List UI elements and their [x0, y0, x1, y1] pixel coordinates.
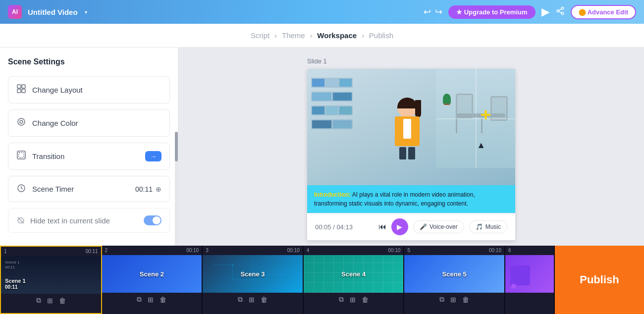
- scene2-header: 2 00:10: [102, 246, 202, 255]
- scene3-copy-button[interactable]: ⧉: [238, 295, 243, 304]
- scene3-label: Scene 3: [240, 270, 265, 278]
- plus-decoration: ✛: [481, 108, 490, 122]
- window-panel: [436, 69, 515, 168]
- scene2-copy-button[interactable]: ⧉: [137, 295, 142, 304]
- slide-image: ✛ ▲: [307, 69, 515, 185]
- share-button[interactable]: [556, 6, 565, 18]
- timeline-scene-1[interactable]: 1 00:11 Scene 100:11 Scene 100:11 ⧉ ⊞ 🗑: [0, 246, 102, 314]
- change-layout-button[interactable]: Change Layout: [8, 76, 170, 104]
- triangle-decoration: ▲: [477, 140, 485, 151]
- svg-rect-8: [22, 89, 25, 93]
- timeline: 1 00:11 Scene 100:11 Scene 100:11 ⧉ ⊞ 🗑 …: [0, 246, 644, 314]
- scene1-delete-button[interactable]: 🗑: [59, 296, 66, 305]
- svg-rect-12: [19, 153, 24, 157]
- publish-section[interactable]: Publish: [555, 246, 644, 314]
- svg-line-14: [18, 217, 24, 224]
- slide-caption: Introduction: AI plays a vital role in m…: [307, 185, 515, 213]
- timeline-scene-3[interactable]: 3 00:10 Scene 3 ⧉ ⊞: [203, 246, 304, 314]
- time-display: 00:05 / 04:13: [315, 223, 374, 231]
- scene-settings-title: Scene Settings: [8, 57, 170, 66]
- video-title[interactable]: Untitled Video: [28, 8, 78, 16]
- scene1-copy-button[interactable]: ⧉: [36, 296, 41, 305]
- scene6-thumb: [505, 255, 554, 293]
- plant: [443, 94, 451, 105]
- title-chevron-icon: ▾: [85, 9, 87, 15]
- timeline-scene-2[interactable]: 2 00:10 Scene 2 ⧉ ⊞ 🗑: [102, 246, 203, 314]
- hide-text-toggle[interactable]: [144, 215, 161, 225]
- nav-breadcrumb: Script › Theme › Workspace › Publish: [0, 24, 644, 48]
- scene3-controls: ⧉ ⊞ 🗑: [203, 293, 303, 306]
- scene2-label: Scene 2: [140, 270, 164, 278]
- scene4-grid-button[interactable]: ⊞: [350, 295, 356, 304]
- svg-line-3: [559, 11, 561, 13]
- timer-icon: [16, 183, 26, 195]
- scene2-delete-button[interactable]: 🗑: [160, 295, 166, 304]
- scene2-controls: ⧉ ⊞ 🗑: [102, 293, 202, 306]
- change-layout-label: Change Layout: [32, 86, 161, 94]
- scene4-delete-button[interactable]: 🗑: [362, 295, 369, 304]
- timeline-scene-6[interactable]: 6: [505, 246, 555, 314]
- svg-rect-5: [17, 85, 21, 88]
- music-button[interactable]: 🎵 Music: [469, 220, 507, 233]
- header: AI Untitled Video ▾ ↩ ↪ ★ Upgrade to Pre…: [0, 0, 644, 24]
- caption-intro: Introduction:: [314, 191, 351, 198]
- scene5-copy-button[interactable]: ⧉: [439, 295, 444, 304]
- scene2-thumb: Scene 2: [102, 255, 202, 293]
- voiceover-button[interactable]: 🎤 Voice-over: [413, 220, 464, 233]
- svg-point-10: [20, 120, 23, 123]
- layout-icon: [16, 84, 26, 96]
- publish-label: Publish: [580, 273, 619, 286]
- scene5-controls: ⧉ ⊞ 🗑: [404, 293, 504, 306]
- redo-button[interactable]: ↪: [435, 6, 442, 17]
- scene1-controls: ⧉ ⊞ 🗑: [1, 294, 101, 307]
- scene5-delete-button[interactable]: 🗑: [462, 295, 469, 304]
- nav-sep-3: ›: [362, 32, 364, 40]
- transition-badge: →: [145, 151, 161, 161]
- scene1-label: Scene 100:11: [5, 278, 26, 290]
- svg-point-0: [561, 7, 564, 9]
- timeline-scene-5[interactable]: 5 00:10 Scene 5 ⧉ ⊞ 🗑: [404, 246, 505, 314]
- scene1-thumb: Scene 100:11 Scene 100:11: [1, 256, 101, 294]
- svg-point-21: [232, 264, 234, 266]
- transition-button[interactable]: Transition →: [8, 143, 170, 170]
- character: [395, 98, 420, 159]
- scene5-grid-button[interactable]: ⊞: [450, 295, 456, 304]
- hide-text-toggle-row: Hide text in current slide: [8, 208, 170, 233]
- timer-value: 00:11: [135, 185, 153, 193]
- play-pause-button[interactable]: ▶: [391, 218, 408, 235]
- scene3-delete-button[interactable]: 🗑: [261, 295, 268, 304]
- scene5-header: 5 00:10: [404, 246, 504, 255]
- advance-edit-button[interactable]: ⬤ ⬤ Advance EditAdvance Edit: [571, 5, 637, 19]
- upgrade-button[interactable]: ★ Upgrade to Premium: [448, 5, 535, 19]
- undo-button[interactable]: ↩: [424, 6, 431, 17]
- content-area: Slide 1: [178, 48, 644, 246]
- scene4-thumb: Scene 4: [304, 255, 404, 293]
- nav-workspace[interactable]: Workspace: [317, 31, 357, 40]
- change-color-button[interactable]: Change Color: [8, 109, 170, 137]
- timeline-scene-4[interactable]: 4 00:10 Scene 4 ⧉ ⊞ 🗑: [304, 246, 405, 314]
- svg-rect-6: [22, 85, 25, 88]
- preview-play-button[interactable]: ▶: [541, 5, 550, 18]
- scene1-number: 1: [4, 249, 7, 254]
- scene3-grid-button[interactable]: ⊞: [249, 295, 255, 304]
- toggle-thumb: [153, 216, 161, 224]
- sidebar-scrollbar[interactable]: [175, 132, 178, 246]
- scene4-label: Scene 4: [341, 270, 366, 278]
- transition-icon: [16, 150, 26, 162]
- skip-back-button[interactable]: ⏮: [378, 222, 386, 231]
- scene3-header: 3 00:10: [203, 246, 303, 255]
- scene2-grid-button[interactable]: ⊞: [148, 295, 154, 304]
- music-icon: 🎵: [476, 223, 483, 230]
- nav-script[interactable]: Script: [251, 31, 269, 40]
- scene6-header: 6: [505, 246, 554, 255]
- nav-sep-1: ›: [274, 32, 277, 40]
- nav-publish[interactable]: Publish: [369, 31, 393, 40]
- svg-point-9: [18, 118, 25, 125]
- scene1-grid-button[interactable]: ⊞: [47, 296, 53, 305]
- sidebar-scroll-thumb: [175, 132, 178, 161]
- nav-theme[interactable]: Theme: [282, 31, 305, 40]
- scene4-controls: ⧉ ⊞ 🗑: [304, 293, 404, 306]
- timer-plus-button[interactable]: ⊕: [156, 185, 161, 193]
- bookshelf: [307, 74, 357, 163]
- scene4-copy-button[interactable]: ⧉: [339, 295, 344, 304]
